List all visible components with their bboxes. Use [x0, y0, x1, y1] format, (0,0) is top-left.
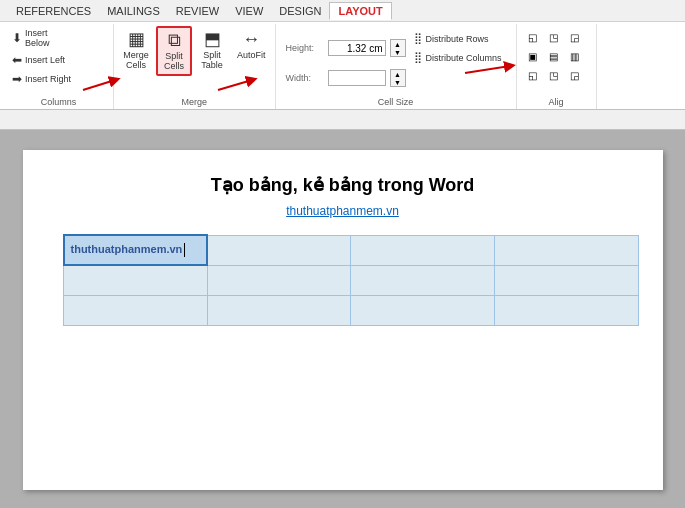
alignment-group-label: Alig — [517, 97, 596, 107]
insert-group: ⬇ Insert Below ⬅ Insert Left ➡ Insert Ri… — [4, 24, 114, 109]
table-row: thuthuatphanmem.vn — [64, 235, 639, 265]
menu-review[interactable]: REVIEW — [168, 3, 227, 19]
height-input[interactable] — [328, 40, 386, 56]
table-cell[interactable] — [351, 265, 495, 295]
table-row — [64, 265, 639, 295]
insert-buttons: ⬇ Insert Below ⬅ Insert Left ➡ Insert Ri… — [8, 26, 75, 95]
menu-view[interactable]: VIEW — [227, 3, 271, 19]
distribute-columns-button[interactable]: ⣿ Distribute Columns — [410, 49, 506, 66]
insert-right-button[interactable]: ➡ Insert Right — [8, 70, 75, 88]
distribute-rows-icon: ⣿ — [414, 32, 422, 45]
insert-right-label: Insert Right — [25, 74, 71, 84]
width-up[interactable]: ▲ — [391, 70, 405, 78]
menu-mailings[interactable]: MAILINGS — [99, 3, 168, 19]
distribute-rows-label: Distribute Rows — [426, 34, 489, 44]
document-page: Tạo bảng, kẻ bảng trong Word thuthuatpha… — [23, 150, 663, 490]
merge-cells-icon: ▦ — [128, 30, 145, 48]
table-cell[interactable] — [64, 295, 208, 325]
merge-cells-label: Merge Cells — [123, 50, 149, 70]
align-middle-right[interactable]: ▥ — [565, 47, 585, 65]
insert-below-icon: ⬇ — [12, 31, 22, 45]
table-cell[interactable] — [207, 265, 351, 295]
align-middle-center[interactable]: ▤ — [544, 47, 564, 65]
table-row — [64, 295, 639, 325]
align-buttons: ◱ ◳ ◲ ▣ ▤ ▥ ◱ ◳ ◲ — [521, 26, 587, 86]
table-cell[interactable] — [351, 295, 495, 325]
insert-button-group: ⬇ Insert Below ⬅ Insert Left ➡ Insert Ri… — [8, 26, 75, 88]
distribute-columns-label: Distribute Columns — [426, 53, 502, 63]
split-cells-button[interactable]: ⧉ Split Cells — [156, 26, 192, 76]
document-area: Tạo bảng, kẻ bảng trong Word thuthuatpha… — [0, 130, 685, 508]
width-spinner[interactable]: ▲ ▼ — [390, 69, 406, 87]
menu-design[interactable]: DESIGN — [271, 3, 329, 19]
height-row: Height: ▲ ▼ ⣿ Distribute Rows ⣿ Distribu… — [286, 30, 506, 66]
table-header-cell[interactable]: thuthuatphanmem.vn — [64, 235, 208, 265]
merge-group: ▦ Merge Cells ⧉ Split Cells ⬒ Split Tabl… — [114, 24, 276, 109]
insert-group-label: Columns — [4, 97, 113, 107]
autofit-button[interactable]: ↔ AutoFit — [232, 26, 271, 64]
cell-size-controls: Height: ▲ ▼ ⣿ Distribute Rows ⣿ Distribu… — [280, 26, 512, 91]
cell-size-group: Height: ▲ ▼ ⣿ Distribute Rows ⣿ Distribu… — [276, 24, 517, 109]
menu-bar: REFERENCES MAILINGS REVIEW VIEW DESIGN L… — [0, 0, 685, 22]
document-table: thuthuatphanmem.vn — [63, 234, 639, 326]
table-cell[interactable] — [494, 295, 638, 325]
cell-size-label: Cell Size — [276, 97, 516, 107]
cursor — [184, 243, 185, 257]
ribbon: ⬇ Insert Below ⬅ Insert Left ➡ Insert Ri… — [0, 22, 685, 110]
ruler — [0, 110, 685, 130]
table-cell[interactable] — [494, 265, 638, 295]
merge-group-label: Merge — [114, 97, 275, 107]
width-down[interactable]: ▼ — [391, 78, 405, 86]
distribute-rows-button[interactable]: ⣿ Distribute Rows — [410, 30, 506, 47]
menu-references[interactable]: REFERENCES — [8, 3, 99, 19]
align-middle-left[interactable]: ▣ — [523, 47, 543, 65]
menu-layout[interactable]: LAYOUT — [329, 2, 391, 20]
autofit-label: AutoFit — [237, 50, 266, 60]
align-row-1: ◱ ◳ ◲ — [523, 28, 585, 46]
split-cells-icon: ⧉ — [168, 31, 181, 49]
height-spinner[interactable]: ▲ ▼ — [390, 39, 406, 57]
align-bottom-center[interactable]: ◳ — [544, 66, 564, 84]
document-link[interactable]: thuthuatphanmem.vn — [63, 204, 623, 218]
insert-right-icon: ➡ — [12, 72, 22, 86]
split-table-label: Split Table — [201, 50, 223, 70]
insert-below-label: Insert Below — [25, 28, 50, 48]
split-table-button[interactable]: ⬒ Split Table — [194, 26, 230, 74]
insert-below-button[interactable]: ⬇ Insert Below — [8, 26, 75, 50]
svg-rect-4 — [18, 110, 666, 130]
table-cell[interactable] — [351, 235, 495, 265]
height-label: Height: — [286, 43, 324, 53]
insert-left-icon: ⬅ — [12, 53, 22, 67]
align-row-3: ◱ ◳ ◲ — [523, 66, 585, 84]
align-bottom-left[interactable]: ◱ — [523, 66, 543, 84]
autofit-icon: ↔ — [242, 30, 260, 48]
header-text: thuthuatphanmem.vn — [71, 243, 183, 255]
align-bottom-right[interactable]: ◲ — [565, 66, 585, 84]
align-top-center[interactable]: ◳ — [544, 28, 564, 46]
align-row-2: ▣ ▤ ▥ — [523, 47, 585, 65]
table-cell[interactable] — [207, 235, 351, 265]
table-cell[interactable] — [494, 235, 638, 265]
width-label: Width: — [286, 73, 324, 83]
width-input[interactable] — [328, 70, 386, 86]
alignment-group: ◱ ◳ ◲ ▣ ▤ ▥ ◱ ◳ ◲ Alig — [517, 24, 597, 109]
merge-cells-button[interactable]: ▦ Merge Cells — [118, 26, 154, 74]
align-top-left[interactable]: ◱ — [523, 28, 543, 46]
merge-buttons: ▦ Merge Cells ⧉ Split Cells ⬒ Split Tabl… — [118, 26, 271, 95]
split-cells-label: Split Cells — [164, 51, 184, 71]
split-table-icon: ⬒ — [204, 30, 221, 48]
table-cell[interactable] — [64, 265, 208, 295]
height-down[interactable]: ▼ — [391, 48, 405, 56]
document-title: Tạo bảng, kẻ bảng trong Word — [63, 174, 623, 196]
height-up[interactable]: ▲ — [391, 40, 405, 48]
align-top-right[interactable]: ◲ — [565, 28, 585, 46]
insert-left-button[interactable]: ⬅ Insert Left — [8, 51, 75, 69]
table-cell[interactable] — [207, 295, 351, 325]
distribute-buttons: ⣿ Distribute Rows ⣿ Distribute Columns — [410, 30, 506, 66]
distribute-columns-icon: ⣿ — [414, 51, 422, 64]
width-row: Width: ▲ ▼ — [286, 69, 506, 87]
insert-left-label: Insert Left — [25, 55, 65, 65]
